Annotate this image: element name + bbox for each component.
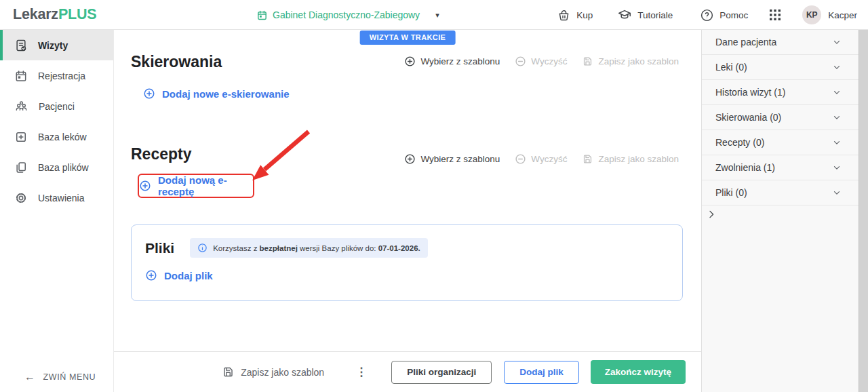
save-template-label: Zapisz jako szablon: [598, 56, 679, 66]
help-button[interactable]: Pomoc: [700, 8, 748, 22]
tutorials-button[interactable]: Tutoriale: [617, 7, 673, 22]
more-options-menu-icon[interactable]: ⋮: [355, 366, 367, 378]
grid-apps-icon: [769, 9, 781, 21]
chevron-down-icon: [832, 188, 842, 197]
panel-section-label: Recepty (0): [715, 137, 764, 148]
avatar: KP: [802, 5, 821, 24]
panel-collapse-button[interactable]: [704, 207, 719, 222]
status-badge: WIZYTA W TRAKCIE: [360, 31, 456, 45]
collapse-menu-label: ZWIŃ MENU: [43, 372, 96, 382]
panel-section-label: Historia wizyt (1): [715, 87, 785, 98]
red-highlight-box: Dodaj nową e-receptę: [138, 174, 254, 198]
sidebar-item-label: Ustawienia: [38, 193, 84, 203]
page-scrollbar[interactable]: [859, 30, 868, 392]
save-template-label: Zapisz jako szablon: [598, 154, 679, 164]
add-file-button[interactable]: Dodaj plik: [504, 361, 579, 384]
plus-circle-icon: [404, 153, 416, 165]
save-as-template-button[interactable]: Zapisz jako szablon: [222, 366, 324, 378]
panel-section-pliki[interactable]: Pliki (0): [702, 180, 859, 205]
sidebar-item-pacjenci[interactable]: Pacjenci: [0, 91, 113, 121]
user-menu[interactable]: KP Kacper: [802, 5, 857, 24]
plus-circle-icon: [139, 180, 151, 192]
chevron-down-icon: [832, 87, 842, 97]
calendar-icon: [14, 69, 28, 83]
apps-grid-button[interactable]: [769, 9, 781, 21]
choose-template-button[interactable]: Wybierz z szablonu: [404, 56, 500, 67]
plus-circle-icon: [404, 56, 416, 67]
buy-button[interactable]: Kup: [557, 8, 593, 22]
panel-section-label: Leki (0): [715, 62, 747, 73]
logo-text-lekarz: Lekarz: [13, 6, 58, 22]
info-text: Korzystasz z bezpłatnej wersji Bazy plik…: [213, 244, 420, 252]
clear-button[interactable]: Wyczyść: [515, 153, 567, 165]
clinic-selector-dropdown[interactable]: Gabinet Diagnostyczno-Zabiegowy ▾: [256, 0, 439, 30]
panel-section-dane-pacjenta[interactable]: Dane pacjenta: [702, 30, 859, 55]
panel-section-label: Pliki (0): [715, 187, 747, 198]
add-ereferral-link[interactable]: Dodaj nowe e-skierowanie: [143, 87, 290, 100]
graduation-cap-icon: [617, 7, 632, 22]
sidebar-item-wizyty[interactable]: Wizyty: [0, 30, 113, 60]
sidebar-item-label: Rejestracja: [38, 71, 85, 81]
panel-section-leki[interactable]: Leki (0): [702, 55, 859, 80]
user-name: Kacper: [828, 10, 857, 20]
sidebar-item-baza-plikow[interactable]: Baza plików: [0, 152, 113, 182]
save-floppy-icon: [582, 56, 593, 67]
minus-circle-icon: [515, 153, 526, 165]
files-card-title: Pliki: [145, 240, 174, 256]
chevron-down-icon: ▾: [435, 11, 439, 20]
panel-section-historia-wizyt[interactable]: Historia wizyt (1): [702, 80, 859, 105]
chevron-down-icon: [832, 113, 842, 122]
arrow-left-icon: ←: [24, 371, 36, 383]
save-template-button[interactable]: Zapisz jako szablon: [582, 56, 679, 67]
panel-section-zwolnienia[interactable]: Zwolnienia (1): [702, 155, 859, 180]
sidebar-item-ustawienia[interactable]: Ustawienia: [0, 182, 113, 213]
question-circle-icon: [700, 8, 714, 22]
medicine-box-plus-icon: [14, 130, 28, 144]
panel-section-label: Dane pacjenta: [715, 37, 776, 47]
save-floppy-icon: [582, 153, 593, 165]
add-eprescription-link[interactable]: Dodaj nową e-receptę: [139, 174, 253, 197]
plus-circle-icon: [145, 269, 157, 281]
choose-template-label: Wybierz z szablonu: [420, 154, 500, 164]
files-copy-icon: [14, 161, 28, 174]
choose-template-button[interactable]: Wybierz z szablonu: [404, 153, 500, 165]
panel-section-skierowania[interactable]: Skierowania (0): [702, 105, 859, 130]
section-title-recepty: Recepty: [131, 145, 191, 163]
recepty-actions: Wybierz z szablonu Wyczyść Zapisz jako s…: [404, 153, 679, 165]
visits-document-check-icon: [14, 39, 28, 52]
patients-people-icon: [14, 99, 28, 113]
plus-circle-icon: [143, 87, 155, 100]
top-header: LekarzPLUS Gabinet Diagnostyczno-Zabiego…: [0, 0, 868, 30]
info-circle-icon: [197, 243, 208, 253]
minus-circle-icon: [515, 56, 526, 67]
sidebar-item-rejestracja[interactable]: Rejestracja: [0, 60, 113, 91]
section-title-skierowania: Skierowania: [131, 53, 222, 71]
end-visit-button[interactable]: Zakończ wizytę: [591, 360, 686, 384]
sidebar-item-label: Pacjenci: [39, 101, 75, 112]
chevron-down-icon: [832, 37, 842, 47]
left-sidebar: Wizyty Rejestracja Pacjenci: [0, 30, 114, 392]
calendar-icon: [256, 9, 268, 21]
header-right-nav: Kup Tutoriale Pomoc: [557, 0, 857, 30]
chevron-down-icon: [832, 163, 842, 172]
sidebar-item-baza-lekow[interactable]: Baza leków: [0, 121, 113, 152]
clear-label: Wyczyść: [531, 56, 567, 66]
chevron-right-icon: [706, 209, 717, 220]
patient-side-panel: Dane pacjenta Leki (0) Historia wizyt (1…: [701, 30, 859, 392]
save-template-button[interactable]: Zapisz jako szablon: [582, 153, 679, 165]
add-ereferral-label: Dodaj nowe e-skierowanie: [162, 88, 290, 100]
clear-button[interactable]: Wyczyść: [515, 56, 567, 67]
sidebar-item-label: Baza plików: [38, 162, 89, 173]
logo-text-plus: PLUS: [58, 6, 97, 22]
choose-template-label: Wybierz z szablonu: [420, 56, 500, 66]
app-logo[interactable]: LekarzPLUS: [13, 6, 96, 23]
organization-files-button[interactable]: Pliki organizacji: [391, 361, 492, 384]
basket-icon: [557, 8, 571, 22]
add-file-label: Dodaj plik: [164, 270, 213, 281]
add-file-link[interactable]: Dodaj plik: [145, 269, 213, 281]
collapse-menu-button[interactable]: ← ZWIŃ MENU: [24, 371, 96, 383]
sidebar-item-label: Baza leków: [38, 132, 87, 142]
panel-section-recepty[interactable]: Recepty (0): [702, 130, 859, 155]
panel-section-label: Skierowania (0): [715, 112, 781, 123]
chevron-down-icon: [832, 62, 842, 72]
